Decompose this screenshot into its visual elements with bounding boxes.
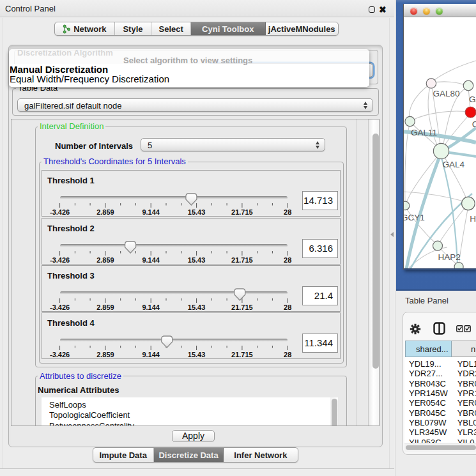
svg-text:21.715: 21.715 — [231, 303, 253, 311]
svg-text:21.715: 21.715 — [231, 208, 253, 216]
svg-text:15.43: 15.43 — [188, 208, 206, 216]
svg-text:2.859: 2.859 — [96, 208, 114, 216]
svg-text:28: 28 — [284, 208, 291, 216]
svg-text:2.859: 2.859 — [96, 351, 114, 358]
svg-text:9.144: 9.144 — [142, 351, 160, 358]
svg-text:28: 28 — [284, 256, 291, 263]
svg-text:-3.426: -3.426 — [50, 351, 70, 358]
svg-text:9.144: 9.144 — [142, 303, 160, 311]
svg-text:15.43: 15.43 — [188, 303, 206, 311]
svg-text:GAL11: GAL11 — [411, 128, 437, 137]
svg-text:2.859: 2.859 — [96, 256, 114, 263]
svg-text:15.43: 15.43 — [188, 256, 206, 263]
svg-text:21.715: 21.715 — [231, 256, 253, 263]
svg-text:C: C — [472, 119, 476, 129]
svg-text:15.43: 15.43 — [188, 351, 206, 358]
svg-text:28: 28 — [284, 303, 291, 311]
svg-text:21.715: 21.715 — [231, 351, 253, 358]
svg-text:H: H — [470, 214, 476, 224]
svg-text:2.859: 2.859 — [96, 303, 114, 311]
svg-text:GCY1: GCY1 — [404, 213, 425, 222]
svg-text:9.144: 9.144 — [142, 208, 160, 216]
svg-text:HAP2: HAP2 — [438, 252, 461, 262]
svg-text:9.144: 9.144 — [142, 256, 160, 263]
svg-text:-3.426: -3.426 — [50, 303, 70, 311]
svg-text:-3.426: -3.426 — [50, 208, 70, 216]
svg-text:GAL8: GAL8 — [469, 95, 476, 104]
svg-text:-3.426: -3.426 — [50, 256, 70, 263]
svg-text:GAL80: GAL80 — [433, 89, 460, 98]
svg-text:GAL4: GAL4 — [442, 160, 464, 169]
svg-text:28: 28 — [284, 351, 291, 358]
